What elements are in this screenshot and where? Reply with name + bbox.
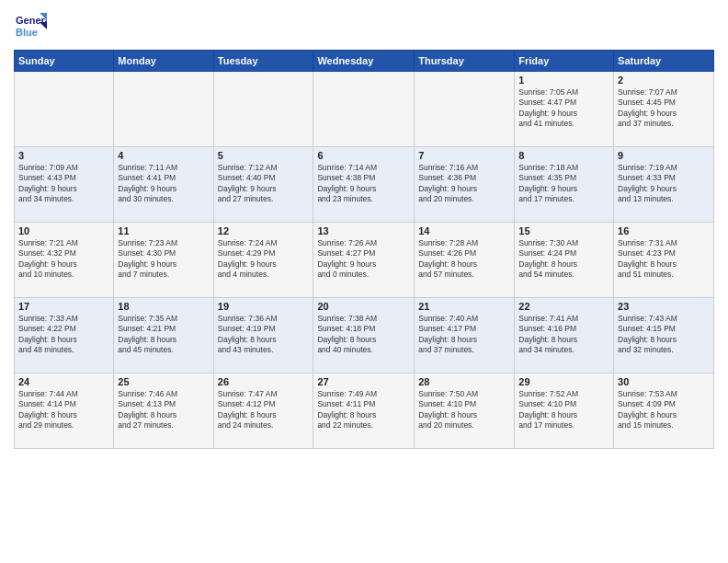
day-number: 27: [317, 376, 410, 387]
calendar-cell: 17Sunrise: 7:33 AM Sunset: 4:22 PM Dayli…: [15, 298, 114, 373]
day-info: Sunrise: 7:11 AM Sunset: 4:41 PM Dayligh…: [118, 163, 209, 205]
logo: General Blue: [14, 9, 51, 42]
calendar-cell: 30Sunrise: 7:53 AM Sunset: 4:09 PM Dayli…: [614, 373, 714, 449]
calendar-cell: 9Sunrise: 7:19 AM Sunset: 4:33 PM Daylig…: [614, 147, 714, 223]
day-info: Sunrise: 7:35 AM Sunset: 4:21 PM Dayligh…: [118, 314, 209, 356]
calendar-cell: [15, 72, 114, 147]
calendar-cell: 21Sunrise: 7:40 AM Sunset: 4:17 PM Dayli…: [415, 298, 515, 373]
day-info: Sunrise: 7:50 AM Sunset: 4:10 PM Dayligh…: [418, 389, 510, 431]
day-number: 28: [418, 376, 510, 387]
calendar-cell: 11Sunrise: 7:23 AM Sunset: 4:30 PM Dayli…: [114, 223, 213, 298]
weekday-header-monday: Monday: [114, 51, 213, 72]
day-number: 14: [418, 225, 510, 236]
calendar-cell: 18Sunrise: 7:35 AM Sunset: 4:21 PM Dayli…: [114, 298, 213, 373]
day-info: Sunrise: 7:44 AM Sunset: 4:14 PM Dayligh…: [18, 389, 109, 431]
day-number: 13: [317, 225, 410, 236]
calendar-cell: 23Sunrise: 7:43 AM Sunset: 4:15 PM Dayli…: [614, 298, 714, 373]
calendar-cell: [313, 72, 415, 147]
weekday-header-thursday: Thursday: [415, 51, 515, 72]
day-number: 1: [518, 75, 609, 86]
day-number: 3: [18, 150, 109, 161]
calendar-week-3: 10Sunrise: 7:21 AM Sunset: 4:32 PM Dayli…: [15, 223, 714, 298]
calendar-cell: 12Sunrise: 7:24 AM Sunset: 4:29 PM Dayli…: [213, 223, 313, 298]
day-info: Sunrise: 7:26 AM Sunset: 4:27 PM Dayligh…: [317, 238, 410, 281]
day-number: 16: [618, 225, 710, 236]
calendar-cell: 25Sunrise: 7:46 AM Sunset: 4:13 PM Dayli…: [114, 373, 213, 449]
calendar-cell: [415, 72, 515, 147]
calendar-cell: 10Sunrise: 7:21 AM Sunset: 4:32 PM Dayli…: [15, 223, 114, 298]
day-number: 29: [518, 376, 609, 387]
day-info: Sunrise: 7:53 AM Sunset: 4:09 PM Dayligh…: [618, 389, 710, 431]
day-info: Sunrise: 7:43 AM Sunset: 4:15 PM Dayligh…: [618, 314, 710, 356]
header-row: SundayMondayTuesdayWednesdayThursdayFrid…: [15, 51, 714, 72]
calendar-cell: 28Sunrise: 7:50 AM Sunset: 4:10 PM Dayli…: [415, 373, 515, 449]
calendar-cell: 5Sunrise: 7:12 AM Sunset: 4:40 PM Daylig…: [213, 147, 313, 223]
day-info: Sunrise: 7:38 AM Sunset: 4:18 PM Dayligh…: [317, 314, 410, 356]
calendar-cell: 24Sunrise: 7:44 AM Sunset: 4:14 PM Dayli…: [15, 373, 114, 449]
day-number: 18: [118, 301, 209, 312]
day-info: Sunrise: 7:18 AM Sunset: 4:35 PM Dayligh…: [518, 163, 609, 205]
calendar-cell: 19Sunrise: 7:36 AM Sunset: 4:19 PM Dayli…: [213, 298, 313, 373]
day-number: 20: [317, 301, 410, 312]
weekday-header-friday: Friday: [515, 51, 614, 72]
calendar-cell: 2Sunrise: 7:07 AM Sunset: 4:45 PM Daylig…: [614, 72, 714, 147]
logo-icon: General Blue: [14, 9, 47, 42]
calendar-header: SundayMondayTuesdayWednesdayThursdayFrid…: [15, 51, 714, 72]
calendar-cell: 7Sunrise: 7:16 AM Sunset: 4:36 PM Daylig…: [415, 147, 515, 223]
day-info: Sunrise: 7:31 AM Sunset: 4:23 PM Dayligh…: [618, 238, 710, 281]
day-number: 11: [118, 225, 209, 236]
day-number: 25: [118, 376, 209, 387]
page: General Blue SundayMondayTuesdayWednesda…: [0, 0, 728, 563]
day-number: 6: [317, 150, 410, 161]
day-info: Sunrise: 7:12 AM Sunset: 4:40 PM Dayligh…: [218, 163, 310, 205]
day-info: Sunrise: 7:52 AM Sunset: 4:10 PM Dayligh…: [518, 389, 609, 431]
calendar-cell: 3Sunrise: 7:09 AM Sunset: 4:43 PM Daylig…: [15, 147, 114, 223]
calendar-cell: [114, 72, 213, 147]
day-number: 8: [518, 150, 609, 161]
day-number: 15: [518, 225, 609, 236]
day-info: Sunrise: 7:19 AM Sunset: 4:33 PM Dayligh…: [618, 163, 710, 205]
day-number: 30: [618, 376, 710, 387]
day-info: Sunrise: 7:46 AM Sunset: 4:13 PM Dayligh…: [118, 389, 209, 431]
calendar-cell: [213, 72, 313, 147]
day-number: 19: [218, 301, 310, 312]
calendar-cell: 16Sunrise: 7:31 AM Sunset: 4:23 PM Dayli…: [614, 223, 714, 298]
calendar-cell: 1Sunrise: 7:05 AM Sunset: 4:47 PM Daylig…: [515, 72, 614, 147]
day-info: Sunrise: 7:49 AM Sunset: 4:11 PM Dayligh…: [317, 389, 410, 431]
calendar-week-5: 24Sunrise: 7:44 AM Sunset: 4:14 PM Dayli…: [15, 373, 714, 449]
day-info: Sunrise: 7:47 AM Sunset: 4:12 PM Dayligh…: [218, 389, 310, 431]
day-number: 26: [218, 376, 310, 387]
day-number: 21: [418, 301, 510, 312]
calendar-cell: 26Sunrise: 7:47 AM Sunset: 4:12 PM Dayli…: [213, 373, 313, 449]
calendar-cell: 20Sunrise: 7:38 AM Sunset: 4:18 PM Dayli…: [313, 298, 415, 373]
day-info: Sunrise: 7:07 AM Sunset: 4:45 PM Dayligh…: [618, 87, 710, 130]
day-info: Sunrise: 7:30 AM Sunset: 4:24 PM Dayligh…: [518, 238, 609, 281]
svg-text:Blue: Blue: [16, 27, 38, 38]
day-info: Sunrise: 7:40 AM Sunset: 4:17 PM Dayligh…: [418, 314, 510, 356]
day-number: 24: [18, 376, 109, 387]
day-info: Sunrise: 7:23 AM Sunset: 4:30 PM Dayligh…: [118, 238, 209, 281]
day-info: Sunrise: 7:16 AM Sunset: 4:36 PM Dayligh…: [418, 163, 510, 205]
day-info: Sunrise: 7:36 AM Sunset: 4:19 PM Dayligh…: [218, 314, 310, 356]
calendar-week-1: 1Sunrise: 7:05 AM Sunset: 4:47 PM Daylig…: [15, 72, 714, 147]
weekday-header-tuesday: Tuesday: [213, 51, 313, 72]
day-number: 9: [618, 150, 710, 161]
calendar-cell: 4Sunrise: 7:11 AM Sunset: 4:41 PM Daylig…: [114, 147, 213, 223]
day-number: 4: [118, 150, 209, 161]
calendar-cell: 15Sunrise: 7:30 AM Sunset: 4:24 PM Dayli…: [515, 223, 614, 298]
day-info: Sunrise: 7:24 AM Sunset: 4:29 PM Dayligh…: [218, 238, 310, 281]
calendar-cell: 13Sunrise: 7:26 AM Sunset: 4:27 PM Dayli…: [313, 223, 415, 298]
weekday-header-wednesday: Wednesday: [313, 51, 415, 72]
weekday-header-saturday: Saturday: [614, 51, 714, 72]
day-info: Sunrise: 7:14 AM Sunset: 4:38 PM Dayligh…: [317, 163, 410, 205]
day-info: Sunrise: 7:33 AM Sunset: 4:22 PM Dayligh…: [18, 314, 109, 356]
day-number: 23: [618, 301, 710, 312]
calendar-cell: 27Sunrise: 7:49 AM Sunset: 4:11 PM Dayli…: [313, 373, 415, 449]
header: General Blue: [14, 9, 714, 42]
day-info: Sunrise: 7:21 AM Sunset: 4:32 PM Dayligh…: [18, 238, 109, 281]
day-number: 2: [618, 75, 710, 86]
day-number: 10: [18, 225, 109, 236]
day-number: 7: [418, 150, 510, 161]
calendar-week-4: 17Sunrise: 7:33 AM Sunset: 4:22 PM Dayli…: [15, 298, 714, 373]
day-info: Sunrise: 7:28 AM Sunset: 4:26 PM Dayligh…: [418, 238, 510, 281]
